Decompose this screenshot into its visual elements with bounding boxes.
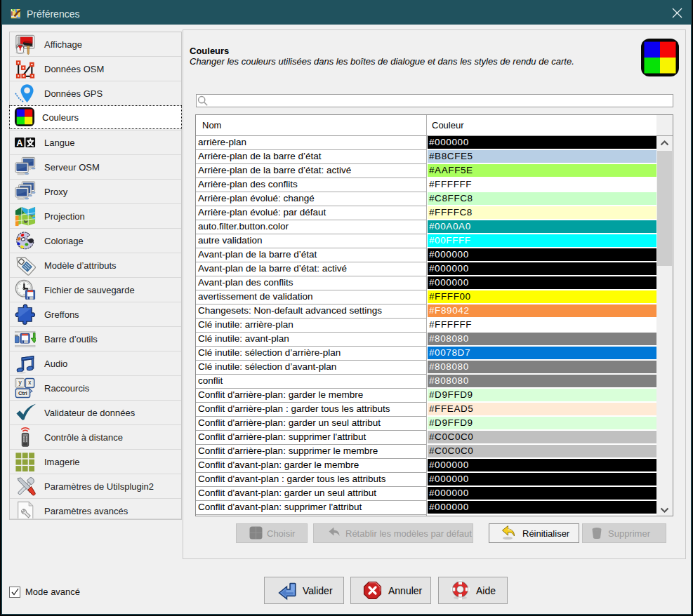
svg-text:Ctrl: Ctrl <box>18 390 27 396</box>
svg-text:A: A <box>16 138 22 148</box>
